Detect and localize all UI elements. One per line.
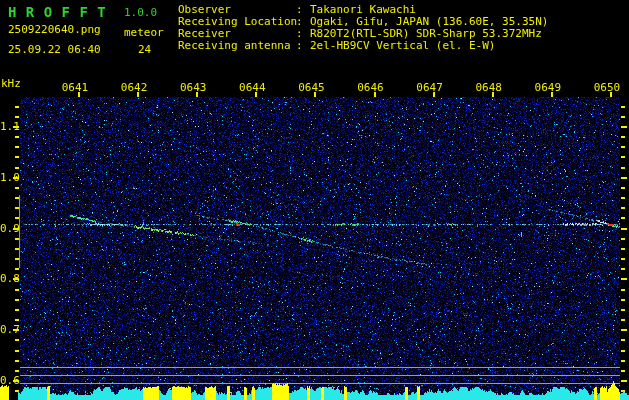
observation-mode: meteor bbox=[124, 27, 164, 39]
time-tick-label: 0650 bbox=[594, 81, 621, 94]
freq-tick-label: 0.6 bbox=[0, 374, 14, 387]
info-label: Receiving antenna bbox=[178, 40, 296, 52]
app-title: H R O F F T bbox=[8, 4, 106, 20]
observation-datetime: 25.09.22 06:40 bbox=[8, 44, 101, 56]
time-tick-label: 0649 bbox=[535, 81, 562, 94]
station-info-row: Receiving antenna:2el-HB9CV Vertical (el… bbox=[178, 40, 548, 52]
app-version: 1.0.0 bbox=[124, 6, 157, 19]
info-value: 2el-HB9CV Vertical (el. E-W) bbox=[310, 40, 495, 52]
freq-tick-label: 0.9 bbox=[0, 222, 14, 235]
freq-tick-label: 1.1 bbox=[0, 120, 14, 133]
hrofft-app-window: H R O F F T 1.0.0 2509220640.png meteor … bbox=[0, 0, 629, 400]
freq-tick-label: 0.8 bbox=[0, 272, 14, 285]
time-tick-label: 0645 bbox=[298, 81, 325, 94]
station-info: Observer:Takanori KawachiReceiving Locat… bbox=[178, 4, 548, 52]
freq-tick-label: 1.0 bbox=[0, 171, 14, 184]
time-tick-label: 0648 bbox=[475, 81, 502, 94]
info-colon: : bbox=[296, 40, 310, 52]
spectrogram-canvas bbox=[0, 0, 629, 400]
meteor-count: 24 bbox=[138, 44, 151, 56]
freq-tick-label: 0.7 bbox=[0, 323, 14, 336]
time-tick-label: 0641 bbox=[62, 81, 89, 94]
time-tick-label: 0644 bbox=[239, 81, 266, 94]
freq-axis-unit: kHz bbox=[1, 78, 21, 90]
time-tick-label: 0642 bbox=[121, 81, 148, 94]
time-tick-label: 0646 bbox=[357, 81, 384, 94]
time-tick-label: 0647 bbox=[416, 81, 443, 94]
time-tick-label: 0643 bbox=[180, 81, 207, 94]
output-filename: 2509220640.png bbox=[8, 24, 101, 36]
